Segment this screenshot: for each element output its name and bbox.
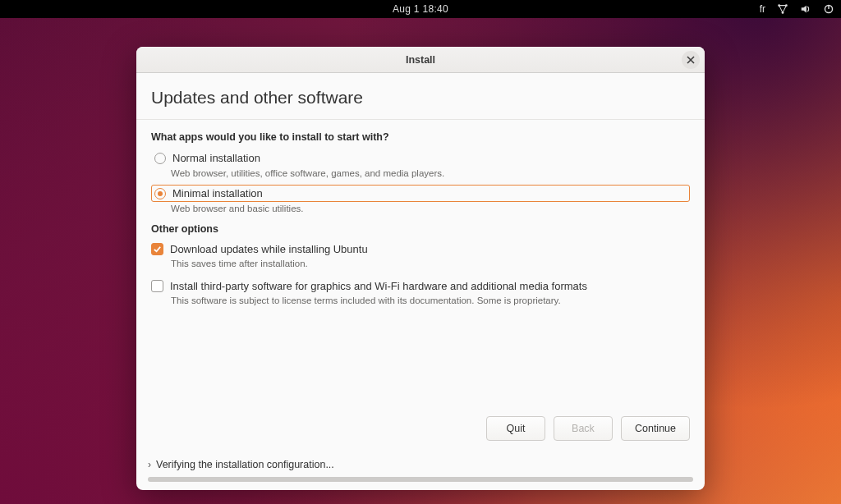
install-type-question: What apps would you like to install to s… bbox=[151, 131, 690, 143]
page-heading: Updates and other software bbox=[136, 73, 705, 120]
radio-normal-installation[interactable]: Normal installation bbox=[151, 149, 690, 167]
checkbox-download-updates[interactable]: Download updates while installing Ubuntu bbox=[151, 243, 690, 255]
keyboard-layout-indicator[interactable]: fr bbox=[760, 3, 765, 15]
chevron-right-icon: › bbox=[148, 459, 151, 470]
third-party-desc: This software is subject to license term… bbox=[171, 296, 690, 305]
progress-fill bbox=[148, 477, 693, 482]
progress-label: Verifying the installation configuration… bbox=[156, 459, 334, 470]
other-options-heading: Other options bbox=[151, 223, 690, 235]
dialog-button-row: Quit Back Continue bbox=[486, 416, 690, 441]
checkbox-label: Install third-party software for graphic… bbox=[170, 280, 587, 292]
gnome-top-bar: Aug 1 18:40 fr bbox=[0, 0, 841, 18]
radio-label: Normal installation bbox=[172, 152, 260, 164]
close-button[interactable] bbox=[682, 51, 700, 69]
power-icon[interactable] bbox=[823, 3, 834, 15]
installer-dialog: Install Updates and other software What … bbox=[136, 47, 705, 490]
volume-icon[interactable] bbox=[800, 3, 811, 15]
dialog-titlebar: Install bbox=[136, 47, 705, 73]
back-button[interactable]: Back bbox=[554, 416, 613, 441]
radio-minimal-installation[interactable]: Minimal installation bbox=[151, 185, 690, 202]
system-tray: fr bbox=[760, 0, 834, 18]
radio-icon bbox=[154, 153, 166, 164]
checkbox-icon bbox=[151, 243, 163, 255]
progress-bar bbox=[148, 477, 693, 482]
radio-icon bbox=[154, 188, 166, 199]
download-updates-desc: This saves time after installation. bbox=[171, 259, 690, 268]
continue-button[interactable]: Continue bbox=[621, 416, 690, 441]
radio-label: Minimal installation bbox=[172, 187, 263, 199]
progress-expander[interactable]: › Verifying the installation configurati… bbox=[148, 459, 693, 470]
checkbox-third-party[interactable]: Install third-party software for graphic… bbox=[151, 280, 690, 292]
quit-button[interactable]: Quit bbox=[486, 416, 545, 441]
clock: Aug 1 18:40 bbox=[393, 3, 448, 15]
checkbox-label: Download updates while installing Ubuntu bbox=[170, 243, 368, 255]
minimal-installation-desc: Web browser and basic utilities. bbox=[171, 204, 690, 213]
network-icon[interactable] bbox=[777, 3, 788, 15]
progress-area: › Verifying the installation configurati… bbox=[148, 459, 693, 482]
close-icon bbox=[687, 53, 695, 66]
checkbox-icon bbox=[151, 280, 163, 292]
normal-installation-desc: Web browser, utilities, office software,… bbox=[171, 168, 690, 178]
dialog-title: Install bbox=[406, 54, 435, 66]
